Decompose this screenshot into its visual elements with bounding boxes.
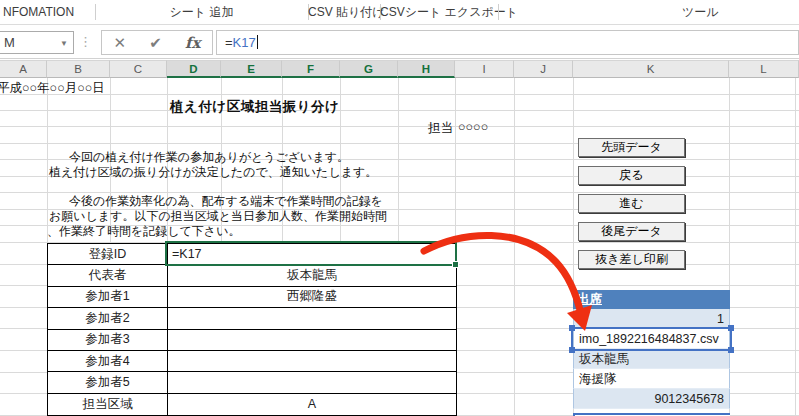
column-header-b[interactable]: B	[47, 60, 110, 78]
attendance-header-cell[interactable]: 出席	[573, 290, 730, 309]
selection-handle[interactable]	[569, 347, 575, 353]
formula-bar: M ▼ ⋮ ✕ ✔ fx =K17	[0, 26, 799, 59]
body-text-line: 、作業終了時間を記録して下さい。	[47, 223, 240, 240]
text-cursor	[257, 35, 258, 49]
back-button[interactable]: 戻る	[578, 166, 685, 185]
name-box[interactable]: M ▼	[0, 31, 74, 54]
cancel-icon[interactable]: ✕	[114, 34, 127, 52]
column-header-k[interactable]: K	[573, 60, 729, 78]
form-row-value[interactable]	[168, 308, 456, 329]
column-header-i[interactable]: I	[455, 60, 514, 78]
chevron-down-icon[interactable]: ▼	[60, 33, 68, 54]
form-row-value[interactable]: 坂本龍馬	[168, 265, 456, 286]
toolbar-item-add-sheet[interactable]: シート 追加	[95, 0, 308, 24]
tanto-label: 担当	[428, 120, 453, 137]
form-row-value[interactable]	[168, 372, 456, 393]
csv-cell-selection	[571, 327, 732, 351]
table-cell[interactable]: 1	[573, 309, 730, 329]
enter-icon[interactable]: ✔	[149, 34, 162, 52]
toolbar-item-csv-export[interactable]: CSVシート エクスポート	[380, 0, 498, 24]
form-row-label: 登録ID	[48, 244, 168, 265]
first-data-button[interactable]: 先頭データ	[578, 138, 685, 157]
form-row-label: 参加者3	[48, 330, 168, 351]
active-cell-selection	[165, 241, 457, 266]
column-header-j[interactable]: J	[514, 60, 573, 78]
forward-button[interactable]: 進む	[578, 194, 685, 213]
worksheet-grid[interactable]: 平成○○年○○月○○日 植え付け区域担当振り分け 担当 ○○○○ 今回の植え付け…	[0, 78, 799, 416]
toolbar-item-tools[interactable]: ツール	[682, 0, 719, 24]
fill-handle[interactable]	[452, 261, 459, 268]
assignment-form-table: 登録ID =K17 代表者 坂本龍馬 参加者1 西郷隆盛 参加者2 参加者3 参…	[47, 243, 457, 416]
form-row-value[interactable]	[168, 351, 456, 372]
toolbar-item-information[interactable]: NFOMATION	[3, 0, 74, 24]
form-row-value[interactable]: 西郷隆盛	[168, 287, 456, 308]
column-header-e[interactable]: E	[221, 60, 282, 78]
body-text-line: 植え付け区域の振り分けが決定したので、通知いたします。	[49, 164, 377, 181]
column-header-c[interactable]: C	[110, 60, 167, 78]
form-row-label: 担当区域	[48, 394, 168, 415]
gridline	[795, 78, 796, 416]
form-row-label: 参加者5	[48, 372, 168, 393]
formula-button-group: ✕ ✔ fx	[101, 30, 213, 55]
toolbar-separator	[498, 4, 499, 20]
column-header-h[interactable]: H	[398, 60, 455, 78]
tanto-value: ○○○○	[458, 120, 488, 134]
formula-input[interactable]: =K17	[216, 30, 799, 55]
column-header-d[interactable]: D	[167, 60, 221, 78]
macro-toolbar: NFOMATION シート 追加 CSV 貼り付け CSVシート エクスポート …	[0, 0, 799, 25]
form-row-label: 参加者1	[48, 287, 168, 308]
selection-handle[interactable]	[728, 325, 734, 331]
form-row-value[interactable]	[168, 330, 456, 351]
formula-text: =	[225, 35, 233, 50]
dots-separator-icon: ⋮	[79, 29, 92, 55]
form-row-label: 代表者	[48, 265, 168, 286]
insert-function-icon[interactable]: fx	[185, 34, 200, 52]
toolbar-item-csv-paste[interactable]: CSV 貼り付け	[308, 0, 380, 24]
insert-print-button[interactable]: 抜き差し印刷	[578, 250, 685, 269]
column-header-g[interactable]: G	[340, 60, 398, 78]
form-row-label: 参加者2	[48, 308, 168, 329]
formula-cell-ref: K17	[233, 35, 256, 50]
form-row-value[interactable]: A	[168, 394, 456, 415]
date-cell: 平成○○年○○月○○日	[0, 80, 105, 97]
document-title: 植え付け区域担当振り分け	[170, 98, 339, 116]
column-header-f[interactable]: F	[282, 60, 340, 78]
gridline	[514, 78, 515, 416]
name-box-value: M	[4, 35, 15, 50]
last-data-button[interactable]: 後尾データ	[578, 222, 685, 241]
table-cell[interactable]: 9012345678	[573, 389, 730, 409]
spreadsheet-app-window: NFOMATION シート 追加 CSV 貼り付け CSVシート エクスポート …	[0, 0, 799, 416]
table-cell[interactable]: 坂本龍馬	[573, 349, 730, 369]
form-row-label: 参加者4	[48, 351, 168, 372]
column-header-a[interactable]: A	[0, 60, 47, 78]
column-header-l[interactable]: L	[729, 60, 799, 78]
table-cell[interactable]: 海援隊	[573, 369, 730, 389]
selection-handle[interactable]	[569, 325, 575, 331]
selection-handle[interactable]	[728, 347, 734, 353]
